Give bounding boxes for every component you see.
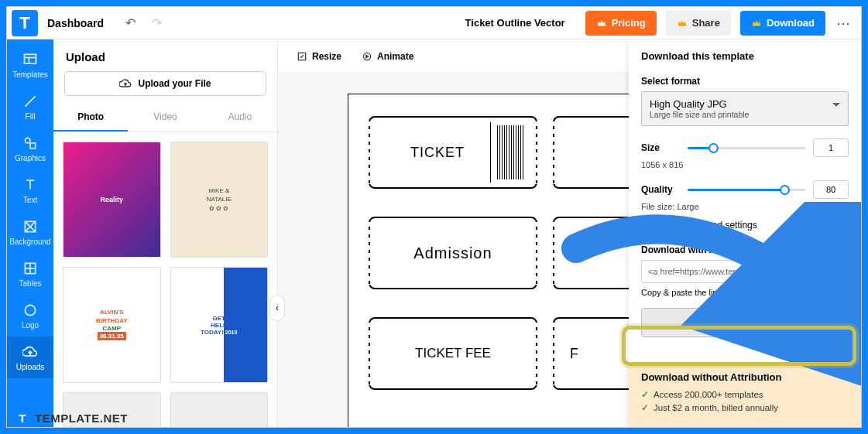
- ticket-label: F: [570, 346, 579, 362]
- quality-slider[interactable]: [688, 189, 805, 191]
- rail-text[interactable]: Text: [7, 169, 53, 211]
- upload-panel: Upload Upload your File Photo Video Audi…: [53, 39, 278, 427]
- background-icon: [22, 219, 38, 234]
- tab-video[interactable]: Video: [128, 104, 202, 132]
- more-menu-icon[interactable]: ⋯: [830, 15, 856, 32]
- no-attribution-section: Download without Attribution ✓Access 200…: [629, 362, 861, 427]
- ticket-shape[interactable]: TICKET: [369, 116, 537, 189]
- save-settings-row[interactable]: Save download settings: [641, 219, 849, 231]
- format-label: Select format: [641, 76, 849, 87]
- resize-label: Resize: [312, 51, 341, 62]
- watermark-logo-icon: T: [14, 409, 31, 426]
- noattr-heading: Download without Attribution: [641, 371, 849, 383]
- undo-icon[interactable]: ↶: [119, 12, 141, 34]
- size-slider[interactable]: [688, 147, 805, 149]
- canvas-area: Resize Animate TICKET Admission: [278, 39, 861, 427]
- download-action-button[interactable]: Download: [641, 308, 849, 337]
- rail-label: Text: [23, 196, 37, 204]
- document-title: Ticket Outline Vector: [465, 17, 565, 29]
- svg-point-3: [25, 138, 30, 143]
- text-icon: [22, 177, 38, 193]
- upload-label: Upload your File: [138, 78, 211, 89]
- fill-icon: [22, 94, 38, 109]
- upload-file-button[interactable]: Upload your File: [64, 71, 266, 96]
- rail-logo[interactable]: Logo: [7, 295, 53, 337]
- ticket-label: Admission: [413, 244, 492, 262]
- ticket-shape[interactable]: Admission: [369, 217, 537, 289]
- tab-photo[interactable]: Photo: [53, 104, 128, 132]
- thumbnail[interactable]: ALVIN'SBIRTHDAYCAMP08.31.35: [63, 267, 161, 383]
- uploads-icon: [22, 344, 38, 360]
- rail-label: Graphics: [15, 154, 46, 162]
- crown-icon: [596, 18, 607, 29]
- templates-icon: [22, 52, 38, 67]
- thumbnail[interactable]: MIKE &NATALIE✿ ✿ ✿: [170, 142, 269, 258]
- tab-audio[interactable]: Audio: [203, 104, 277, 132]
- rail-uploads[interactable]: Uploads: [7, 337, 53, 378]
- size-label: Size: [641, 142, 680, 153]
- tables-icon: [22, 261, 38, 276]
- attribution-hint: Copy & paste the link to contribute. Kno…: [641, 288, 849, 297]
- thumbnail-grid: Reality MIKE &NATALIE✿ ✿ ✿ ALVIN'SBIRTHD…: [53, 132, 277, 427]
- download-button[interactable]: Download: [740, 11, 825, 36]
- resize-tool[interactable]: Resize: [297, 51, 341, 62]
- animate-icon: [362, 51, 372, 62]
- svg-rect-0: [25, 54, 36, 63]
- logo-icon: [22, 302, 38, 318]
- rail-fill[interactable]: Fill: [7, 86, 53, 128]
- watermark: T TEMPLATE.NET: [14, 409, 128, 426]
- main-row: Templates Fill Graphics Text Background …: [7, 39, 861, 427]
- share-button[interactable]: Share: [666, 11, 731, 36]
- rail-label: Background: [9, 238, 50, 246]
- app-frame: T Dashboard ↶ ↷ Ticket Outline Vector Pr…: [6, 6, 862, 428]
- rail-label: Logo: [22, 321, 39, 330]
- ticket-shape[interactable]: TICKET FEE: [369, 317, 537, 390]
- barcode-icon: [497, 125, 525, 179]
- filesize-text: File size: Large: [641, 202, 849, 211]
- download-heading: Download this template: [641, 50, 849, 62]
- pricing-button[interactable]: Pricing: [585, 11, 657, 36]
- rail-templates[interactable]: Templates: [7, 44, 53, 86]
- attribution-code-input[interactable]: [641, 260, 802, 283]
- animate-tool[interactable]: Animate: [362, 51, 413, 62]
- collapse-panel-icon[interactable]: ‹: [269, 295, 285, 321]
- dimensions-text: 1056 x 816: [641, 160, 849, 169]
- format-sub: Large file size and printable: [650, 110, 840, 119]
- chevron-down-icon: [832, 103, 840, 111]
- quality-input[interactable]: [813, 180, 849, 199]
- rail-label: Templates: [12, 70, 48, 79]
- thumbnail[interactable]: GETHELPTODAY! 2019: [170, 267, 269, 383]
- rail-background[interactable]: Background: [7, 211, 53, 253]
- topbar: T Dashboard ↶ ↷ Ticket Outline Vector Pr…: [7, 7, 861, 39]
- svg-point-9: [25, 305, 35, 315]
- copy-button[interactable]: Copy: [807, 260, 849, 283]
- left-rail: Templates Fill Graphics Text Background …: [7, 39, 53, 427]
- redo-icon[interactable]: ↷: [146, 12, 167, 34]
- quality-label: Quality: [641, 184, 680, 195]
- thumbnail[interactable]: [170, 392, 269, 427]
- rail-graphics[interactable]: Graphics: [7, 128, 53, 169]
- save-settings-label: Save download settings: [659, 220, 757, 231]
- dashboard-link[interactable]: Dashboard: [47, 17, 104, 29]
- panel-title: Upload: [53, 39, 277, 71]
- brand-logo[interactable]: T: [12, 10, 38, 36]
- check-icon: ✓: [641, 389, 649, 400]
- attribution-heading: Download with Attribution: [641, 244, 849, 255]
- share-label: Share: [692, 17, 720, 29]
- know-more-link[interactable]: Know More: [776, 288, 819, 297]
- size-input[interactable]: [813, 138, 849, 157]
- ticket-label: TICKET: [410, 145, 465, 161]
- download-panel: Download this template Select format Hig…: [629, 39, 861, 427]
- cloud-upload-icon: [119, 77, 132, 90]
- thumbnail[interactable]: Reality: [63, 142, 161, 258]
- rail-label: Fill: [26, 112, 36, 121]
- animate-label: Animate: [377, 51, 413, 62]
- watermark-text: TEMPLATE.NET: [35, 412, 128, 425]
- format-select[interactable]: High Quality JPG Large file size and pri…: [641, 91, 849, 126]
- download-label: Download: [767, 17, 815, 29]
- checkbox-icon[interactable]: [641, 219, 653, 231]
- graphics-icon: [22, 135, 38, 151]
- format-name: High Quality JPG: [650, 98, 840, 110]
- rail-label: Uploads: [16, 363, 45, 371]
- rail-tables[interactable]: Tables: [7, 253, 53, 295]
